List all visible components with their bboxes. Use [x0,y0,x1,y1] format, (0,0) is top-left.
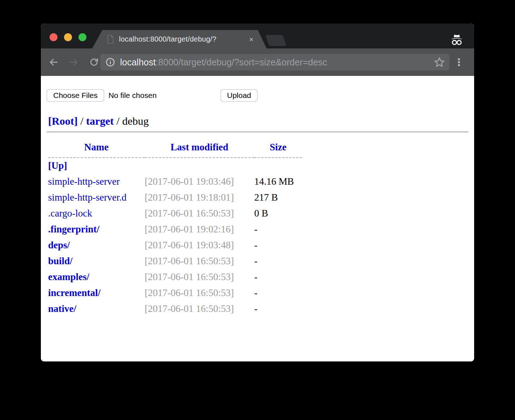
browser-toolbar: localhost:8000/target/debug/?sort=size&o… [41,48,474,76]
table-row: deps/ [2017-06-01 19:03:48] - [48,237,302,253]
file-size: 14.16 MB [254,173,302,189]
zoom-window-button[interactable] [78,33,86,41]
file-listing-table: Name Last modified Size [Up] simple-http… [48,137,302,317]
back-icon[interactable] [46,55,61,69]
info-circle-icon[interactable] [105,57,115,67]
table-row: native/ [2017-06-01 16:50:53] - [48,301,302,317]
breadcrumb-separator: / [78,115,86,127]
file-link[interactable]: build/ [48,256,73,266]
table-row: examples/ [2017-06-01 16:50:53] - [48,269,302,285]
table-row: [Up] [48,158,302,173]
browser-tab[interactable]: localhost:8000/target/debug/? × [92,30,267,48]
file-size [254,158,302,173]
upload-form: Choose Files No file chosen Upload [41,76,474,113]
breadcrumb-target-link[interactable]: target [86,115,114,127]
file-modified: [2017-06-01 16:50:53] [145,285,254,301]
file-link[interactable]: .fingerprint/ [48,224,99,235]
url-text[interactable]: localhost:8000/target/debug/?sort=size&o… [120,57,434,68]
file-size: 217 B [254,189,302,205]
choose-files-button[interactable]: Choose Files [47,89,104,102]
url-host: localhost [120,57,156,67]
file-modified: [2017-06-01 16:50:53] [145,253,254,269]
page-content: Choose Files No file chosen Upload [Root… [41,76,474,361]
file-table-body: [Up] simple-http-server [2017-06-01 19:0… [48,158,302,317]
file-link[interactable]: .cargo-lock [48,208,92,219]
sort-by-size-header[interactable]: Size [254,137,302,158]
file-modified: [2017-06-01 16:50:53] [145,269,254,285]
file-modified [145,158,254,173]
sort-by-modified-header[interactable]: Last modified [145,137,254,158]
breadcrumb: [Root] / target / debug [48,114,474,128]
forward-icon[interactable] [67,55,81,69]
file-link[interactable]: [Up] [48,160,67,171]
file-size: - [254,301,302,317]
file-modified: [2017-06-01 16:50:53] [145,301,254,317]
tab-strip: localhost:8000/target/debug/? × [41,23,474,48]
table-row: .fingerprint/ [2017-06-01 19:02:16] - [48,221,302,237]
no-file-chosen-text: No file chosen [108,89,157,102]
file-size: 0 B [254,205,302,221]
file-size: - [254,221,302,237]
traffic-lights [50,33,86,41]
file-link[interactable]: simple-http-server.d [48,192,127,203]
file-link[interactable]: native/ [48,303,76,314]
url-bar[interactable]: localhost:8000/target/debug/?sort=size&o… [100,54,450,70]
bookmark-star-icon[interactable] [434,56,445,68]
minimize-window-button[interactable] [64,33,72,41]
file-modified: [2017-06-01 19:03:48] [145,237,254,253]
incognito-icon [449,34,465,48]
tab-title-wrap: localhost:8000/target/debug/? [119,30,246,48]
file-link[interactable]: examples/ [48,271,89,282]
breadcrumb-root-link[interactable]: [Root] [48,115,78,127]
tab-close-icon[interactable]: × [247,35,256,44]
file-size: - [254,285,302,301]
file-modified: [2017-06-01 19:02:16] [145,221,254,237]
menu-dots-icon[interactable] [452,55,466,69]
reload-icon[interactable] [87,55,101,69]
table-row: build/ [2017-06-01 16:50:53] - [48,253,302,269]
file-size: - [254,237,302,253]
divider [47,132,468,132]
breadcrumb-separator: / [114,115,122,127]
file-link[interactable]: deps/ [48,240,70,250]
file-modified: [2017-06-01 19:18:01] [145,189,254,205]
browser-window: localhost:8000/target/debug/? × [41,23,474,361]
table-row: .cargo-lock [2017-06-01 16:50:53] 0 B [48,205,302,221]
file-modified: [2017-06-01 16:50:53] [145,205,254,221]
document-icon [107,35,114,45]
file-link[interactable]: incremental/ [48,287,101,298]
table-row: simple-http-server [2017-06-01 19:03:46]… [48,173,302,189]
table-header-row: Name Last modified Size [48,137,302,158]
breadcrumb-current: debug [122,115,149,127]
sort-by-name-header[interactable]: Name [48,137,145,158]
upload-button[interactable]: Upload [221,89,258,102]
file-modified: [2017-06-01 19:03:46] [145,173,254,189]
table-row: simple-http-server.d [2017-06-01 19:18:0… [48,189,302,205]
file-size: - [254,269,302,285]
url-path: :8000/target/debug/?sort=size&order=desc [156,57,327,67]
new-tab-button[interactable] [265,35,286,46]
file-link[interactable]: simple-http-server [48,176,120,187]
table-row: incremental/ [2017-06-01 16:50:53] - [48,285,302,301]
tab-title: localhost:8000/target/debug/? [119,35,216,43]
close-window-button[interactable] [50,33,58,41]
file-size: - [254,253,302,269]
